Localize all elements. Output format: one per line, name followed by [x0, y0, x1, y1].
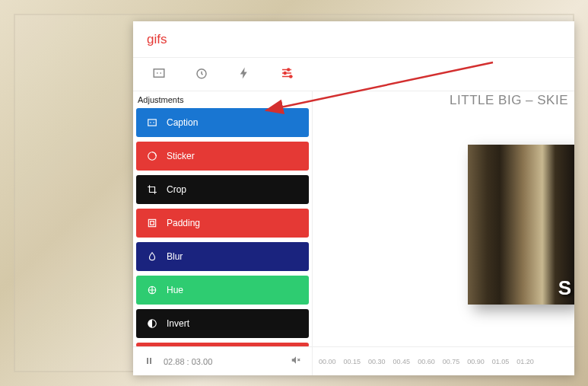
video-preview-frame[interactable]: S: [468, 145, 574, 305]
svg-point-2: [288, 69, 290, 71]
timeline-tick: 00.60: [418, 358, 435, 365]
timeline-tick: 00.75: [443, 358, 460, 365]
svg-rect-0: [154, 69, 164, 77]
adjustment-hue[interactable]: Hue: [136, 276, 309, 305]
adjustment-label: Crop: [167, 184, 186, 195]
adjustment-padding[interactable]: Padding: [136, 209, 309, 238]
toolbar-speed-tool[interactable]: [223, 58, 265, 91]
invert-icon: [145, 318, 159, 329]
play-pause-button[interactable]: [139, 352, 159, 372]
adjustment-label: Invert: [167, 318, 189, 329]
svg-rect-8: [151, 222, 154, 225]
timeline-tick: 00.45: [393, 358, 411, 365]
crop-icon: [145, 184, 159, 195]
timeline-tick: 00.90: [467, 358, 485, 365]
timeline-tick: 00.15: [344, 358, 361, 365]
timeline[interactable]: 00.00 00.15 00.30 00.45 00.60 00.75 00.9…: [313, 347, 574, 375]
total-time: 03.00: [192, 357, 213, 366]
adjustments-list[interactable]: Caption Sticker Crop: [133, 108, 312, 346]
section-label: Adjustments: [133, 91, 312, 108]
svg-rect-5: [148, 120, 157, 126]
hue-icon: [145, 285, 159, 295]
time-display: 02.88 : 03.00: [164, 357, 286, 366]
current-time: 02.88: [164, 357, 185, 366]
caption-tool-icon: [152, 66, 166, 83]
main-area: Adjustments Caption Sticker: [133, 91, 574, 346]
header: gifs: [133, 21, 574, 58]
svg-point-3: [284, 72, 286, 74]
timeline-tick: 00.30: [368, 358, 386, 365]
adjustment-label: Caption: [167, 117, 198, 128]
blur-icon: [145, 251, 159, 262]
app-window: gifs Adjustments: [133, 21, 574, 375]
adjustment-crop[interactable]: Crop: [136, 175, 309, 204]
toolbar-adjustments-tool[interactable]: [265, 58, 308, 91]
timeline-tick: 00.00: [319, 358, 336, 365]
timer-icon: [195, 66, 208, 83]
pause-icon: [145, 355, 154, 368]
svg-rect-12: [150, 358, 151, 364]
toolbar: [133, 58, 574, 91]
video-title: LITTLE BIG – SKIE: [313, 91, 574, 108]
preview-pane: LITTLE BIG – SKIE S: [313, 91, 574, 346]
svg-point-4: [290, 75, 292, 78]
app-title: gifs: [147, 32, 167, 47]
svg-rect-11: [147, 358, 148, 364]
mute-button[interactable]: [286, 352, 306, 372]
volume-muted-icon: [291, 355, 301, 368]
padding-icon: [145, 218, 159, 228]
timeline-tick: 01.05: [492, 358, 510, 365]
sticker-icon: [145, 151, 159, 161]
timeline-tick: 01.20: [516, 358, 534, 365]
video-overlay-letter: S: [558, 276, 571, 300]
bolt-icon: [237, 66, 251, 83]
adjustment-label: Hue: [167, 285, 183, 295]
adjustment-sticker[interactable]: Sticker: [136, 142, 309, 171]
player-controls: 02.88 : 03.00: [133, 347, 313, 375]
footer: 02.88 : 03.00 00.00 00.15 00.30 00.45 00…: [133, 346, 574, 375]
adjustment-blur[interactable]: Blur: [136, 242, 309, 271]
toolbar-timer-tool[interactable]: [180, 58, 223, 91]
svg-rect-7: [148, 219, 155, 226]
adjustment-label: Blur: [167, 251, 183, 262]
caption-icon: [145, 117, 159, 128]
adjustment-label: Padding: [167, 218, 200, 228]
toolbar-caption-tool[interactable]: [138, 58, 180, 91]
adjustment-label: Sticker: [167, 151, 195, 161]
adjustment-next-sliver[interactable]: [136, 343, 309, 346]
sliders-icon: [280, 66, 294, 83]
adjustments-sidebar: Adjustments Caption Sticker: [133, 91, 313, 346]
adjustment-caption[interactable]: Caption: [136, 108, 309, 137]
adjustment-invert[interactable]: Invert: [136, 309, 309, 338]
